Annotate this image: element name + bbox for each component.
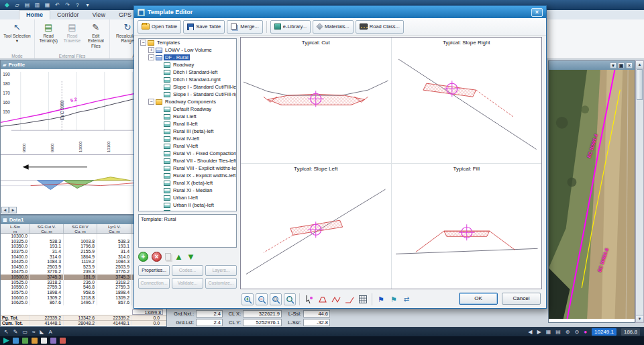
print-icon[interactable]: ▦ bbox=[44, 1, 51, 9]
edit-external-files-button[interactable]: ✎ Edit External Files bbox=[85, 21, 107, 51]
flag-alt-tool[interactable]: ⚑ bbox=[388, 294, 399, 305]
tree-item[interactable]: Slope I - Standard Cut/Fill-right bbox=[139, 91, 236, 98]
tree-item[interactable]: Rural XI - Median bbox=[139, 187, 236, 194]
tree-item[interactable]: Slope I - Standard Cut/Fill-left bbox=[139, 83, 236, 91]
tree-item[interactable]: Rural VIII - Explicit widths-left bbox=[139, 164, 236, 172]
curve-tool-icon[interactable]: ≈ bbox=[32, 328, 35, 336]
window-menu-icon[interactable]: ▾ bbox=[610, 62, 616, 68]
zoom-out-icon[interactable]: ⊖ bbox=[575, 328, 580, 336]
redo-icon[interactable]: ↷ bbox=[64, 1, 71, 9]
new-document-icon[interactable]: ▱ bbox=[13, 1, 21, 9]
add-template-button[interactable]: + bbox=[138, 252, 148, 262]
column-header[interactable]: Lyr1 V. Cu. m bbox=[97, 224, 132, 233]
scroll-right-icon[interactable]: ► bbox=[9, 207, 17, 213]
tree-item[interactable]: Default Roadway bbox=[139, 105, 236, 113]
template-tree[interactable]: −Templates+LOWV - Low Volume−DF - RuralR… bbox=[138, 38, 237, 211]
collapse-icon[interactable]: − bbox=[148, 99, 154, 105]
slope-tool-icon[interactable]: ◣ bbox=[40, 328, 44, 336]
select-point-tool[interactable] bbox=[303, 294, 315, 305]
read-terrains-button[interactable]: ▤ Read Terrain(s) bbox=[37, 21, 60, 51]
save-file-icon[interactable]: ▥ bbox=[34, 1, 41, 9]
read-traverse-button[interactable]: ▤ Read Traverse bbox=[60, 21, 83, 51]
quick-access-dropdown-icon[interactable]: ▾ bbox=[84, 1, 91, 9]
cross-section-scrollbar[interactable]: ◄ ► bbox=[1, 207, 17, 213]
window-close-icon[interactable]: × bbox=[626, 62, 633, 68]
tree-item[interactable]: Ditch I Standard-right bbox=[139, 76, 236, 83]
grid-toggle-icon[interactable]: ▦ bbox=[546, 328, 551, 336]
materials-button[interactable]: Materials... bbox=[313, 20, 354, 34]
tree-item[interactable]: Urban II (beta)-left bbox=[139, 201, 236, 209]
taskbar-app-icon[interactable] bbox=[50, 338, 56, 344]
pen-tool-icon[interactable]: ✎ bbox=[13, 328, 18, 336]
zoom-out-button[interactable] bbox=[256, 293, 268, 305]
layers-button[interactable]: Layers... bbox=[205, 265, 237, 276]
zoom-window-button[interactable] bbox=[270, 293, 282, 305]
rectangle-tool-icon[interactable]: ▭ bbox=[22, 328, 28, 336]
save-table-button[interactable]: Save Table bbox=[183, 20, 225, 34]
cancel-button[interactable]: Cancel bbox=[502, 293, 541, 305]
zoom-in-button[interactable] bbox=[241, 293, 254, 305]
preview-pane-fill[interactable]: Typical: Fill bbox=[392, 164, 542, 289]
scrollbar-thumb[interactable] bbox=[637, 69, 643, 100]
tree-item[interactable]: Roadway bbox=[139, 61, 236, 68]
tree-item[interactable]: Rural I-left bbox=[139, 113, 236, 120]
tree-item[interactable]: −Roadway Components bbox=[139, 98, 236, 105]
select-tool-icon[interactable]: ↖ bbox=[4, 328, 9, 336]
road-class-button[interactable]: Road Class... bbox=[356, 20, 404, 34]
flag-tool[interactable]: ⚑ bbox=[376, 294, 386, 305]
taskbar-app-icon[interactable] bbox=[22, 338, 28, 344]
tree-item[interactable]: Rural II-left bbox=[139, 120, 236, 128]
tree-item[interactable]: Rural X (beta)-left bbox=[139, 179, 236, 187]
swap-sides-tool[interactable]: ⇄ bbox=[401, 294, 412, 305]
map-vertical-scrollbar[interactable]: ▲ ▼ bbox=[635, 60, 644, 323]
tree-item[interactable]: Rural VI - Fixed Compaction-left bbox=[139, 150, 236, 157]
tree-item[interactable]: Ditch I Standard-left bbox=[139, 68, 236, 76]
collapse-icon[interactable]: − bbox=[140, 40, 146, 46]
validate-button[interactable]: Validate... bbox=[172, 278, 203, 289]
map-window-titlebar[interactable]: ▾ ▣ × bbox=[549, 61, 635, 70]
tree-item[interactable]: Rural V-left bbox=[139, 142, 236, 150]
taskbar-app-icon[interactable] bbox=[13, 338, 19, 344]
tab-home[interactable]: Home bbox=[19, 10, 50, 19]
help-icon[interactable]: ? bbox=[74, 1, 81, 9]
preview-pane-slope-left[interactable]: Typical: Slope Left bbox=[241, 164, 391, 289]
tool-selection-button[interactable]: ↖ Tool Selection ▾ bbox=[2, 21, 32, 51]
ok-button[interactable]: OK bbox=[459, 293, 498, 305]
merge-button[interactable]: Merge... bbox=[227, 20, 263, 34]
dialog-close-icon[interactable]: × bbox=[531, 8, 543, 17]
open-file-icon[interactable]: ▤ bbox=[23, 1, 31, 9]
tab-corridor[interactable]: Corridor bbox=[50, 11, 86, 19]
column-header[interactable]: L-Stn m bbox=[1, 224, 30, 233]
delete-template-button[interactable]: × bbox=[152, 252, 162, 262]
column-header[interactable]: SG Cut V. Cu. m bbox=[30, 224, 64, 233]
preview-pane-slope-right[interactable]: Typical: Slope Right bbox=[392, 38, 542, 163]
copy-template-icon[interactable] bbox=[165, 253, 171, 260]
preview-pane-cut[interactable]: Typical: Cut bbox=[241, 38, 391, 163]
open-table-button[interactable]: Open Table bbox=[138, 20, 181, 34]
window-maximize-icon[interactable]: ▣ bbox=[618, 62, 625, 68]
slope-segment-tool[interactable] bbox=[343, 294, 355, 305]
move-down-button[interactable]: ▼ bbox=[186, 252, 195, 262]
taskbar-app-icon[interactable] bbox=[60, 338, 66, 344]
undo-icon[interactable]: ↶ bbox=[54, 1, 61, 9]
dialog-titlebar[interactable]: ▦ Template Editor × bbox=[134, 6, 546, 18]
tab-view[interactable]: View bbox=[86, 11, 112, 19]
zoom-in-icon[interactable]: ⊕ bbox=[566, 328, 570, 336]
polyline-tool[interactable] bbox=[330, 294, 341, 305]
tree-item[interactable]: Rural III (beta)-left bbox=[139, 128, 236, 135]
properties-button[interactable]: Properties... bbox=[138, 265, 170, 276]
taskbar-app-icon[interactable] bbox=[32, 338, 38, 344]
scroll-left-icon[interactable]: ◄ bbox=[1, 207, 9, 213]
expand-icon[interactable]: + bbox=[148, 47, 154, 53]
tree-item[interactable]: Rural IX - Explicit widths-left bbox=[139, 172, 236, 179]
e-library-button[interactable]: e-Library... bbox=[270, 20, 311, 34]
codes-button[interactable]: Codes... bbox=[172, 265, 203, 276]
customize-button[interactable]: Customize... bbox=[205, 278, 237, 289]
tree-item[interactable]: Urban III - explicit widths-left bbox=[139, 209, 236, 211]
tree-item[interactable]: −DF - Rural bbox=[139, 54, 236, 61]
text-tool-icon[interactable]: A bbox=[49, 328, 52, 336]
tree-item[interactable]: −Templates bbox=[139, 39, 236, 46]
tree-item[interactable]: Urban I-left bbox=[139, 194, 236, 201]
tree-item[interactable]: Rural IV-left bbox=[139, 135, 236, 142]
tree-item[interactable]: +LOWV - Low Volume bbox=[139, 46, 236, 54]
